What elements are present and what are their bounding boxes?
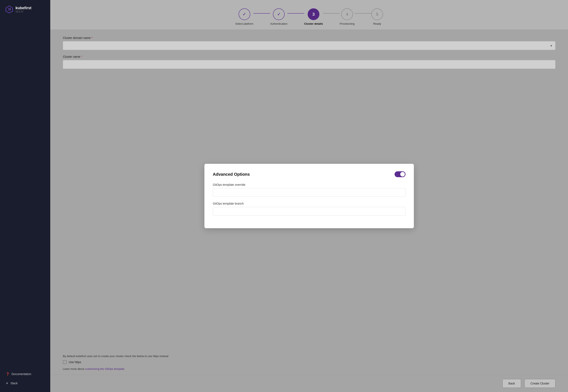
gitops-override-input[interactable] [213, 188, 405, 197]
modal-title: Advanced Options [213, 172, 250, 177]
sidebar-item-documentation[interactable]: ❓ Documentation [3, 370, 47, 378]
advanced-options-toggle[interactable] [395, 171, 405, 177]
logo-text: kubefirst V2.2.17 [15, 6, 31, 13]
sidebar: kubefirst V2.2.17 ❓ Documentation ✳ Slac… [0, 0, 50, 392]
documentation-label: Documentation [12, 372, 31, 376]
app-version: V2.2.17 [15, 10, 31, 13]
main-content: ✓ Select platform ✓ Authentication 3 Clu… [50, 0, 568, 392]
modal-overlay: Advanced Options GitOps template overrid… [50, 0, 568, 392]
toggle-track [395, 171, 405, 177]
slack-label: Slack [11, 381, 18, 385]
gitops-override-label: GitOps template override [213, 183, 405, 186]
sidebar-bottom: ❓ Documentation ✳ Slack [0, 370, 50, 387]
gitops-branch-label: GitOps template branch [213, 202, 405, 205]
sidebar-logo: kubefirst V2.2.17 [0, 5, 50, 20]
toggle-thumb [400, 172, 405, 177]
gitops-override-group: GitOps template override [213, 183, 405, 197]
sidebar-item-slack[interactable]: ✳ Slack [3, 379, 47, 387]
gitops-branch-input[interactable] [213, 207, 405, 216]
gitops-branch-group: GitOps template branch [213, 202, 405, 216]
app-name: kubefirst [15, 6, 31, 10]
modal-header: Advanced Options [213, 171, 405, 177]
question-icon: ❓ [6, 372, 9, 376]
advanced-options-modal: Advanced Options GitOps template overrid… [204, 164, 414, 228]
kubefirst-logo-icon [5, 5, 14, 14]
slack-icon: ✳ [6, 381, 8, 385]
